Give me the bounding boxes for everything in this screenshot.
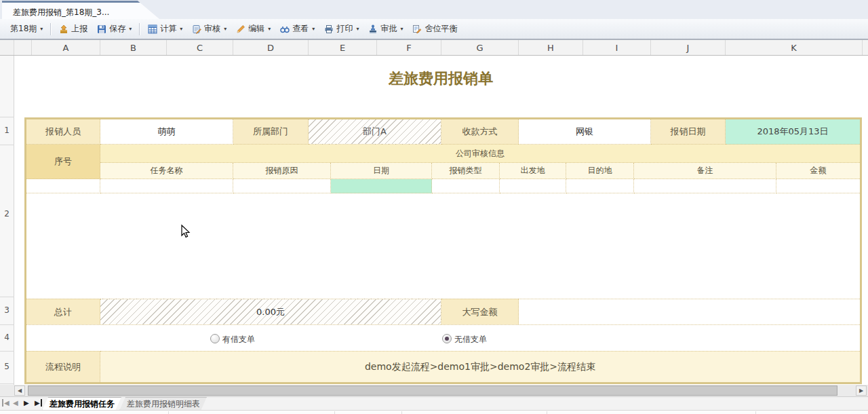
column-header-D[interactable]: D — [233, 40, 309, 55]
printer-icon — [324, 24, 334, 34]
flow-value: demo发起流程>demo1审批>demo2审批>流程结束 — [100, 351, 860, 382]
column-header-H[interactable]: H — [519, 40, 583, 55]
chevron-down-icon: ▾ — [224, 26, 226, 32]
toolbar-separator — [50, 23, 52, 35]
column-header-K[interactable]: K — [726, 40, 863, 55]
data-cell-reason[interactable] — [233, 179, 331, 193]
gutter-line — [0, 145, 14, 145]
table-header-remark: 备注 — [634, 163, 776, 179]
form-title: 差旅费用报销单 — [271, 69, 610, 89]
chevron-down-icon: ▾ — [400, 26, 403, 32]
field-label-department: 所属部门 — [233, 119, 309, 145]
data-cell-amount[interactable] — [776, 179, 860, 193]
grid-line — [547, 411, 547, 414]
column-header-narrow[interactable] — [14, 40, 32, 55]
calculate-button[interactable]: 计算 ▾ — [143, 21, 187, 37]
sheet-tab-detail[interactable]: 差旅费用报销明细表 — [119, 397, 208, 411]
total-label: 总计 — [26, 299, 100, 324]
field-label-date: 报销日期 — [651, 119, 726, 145]
data-cell-remark[interactable] — [634, 179, 776, 193]
approve-button[interactable]: 审批 ▾ — [363, 21, 408, 37]
column-header-F[interactable]: F — [377, 40, 441, 55]
table-header-origin: 出发地 — [500, 163, 566, 179]
gutter-line — [0, 324, 14, 325]
column-header-row: A B C D E F G H I J K — [0, 39, 868, 56]
stamp-icon — [368, 24, 378, 34]
scroll-left-button[interactable]: ◀ — [14, 385, 25, 396]
table-header-date: 日期 — [331, 163, 432, 179]
row-header-2[interactable]: 2 — [0, 209, 14, 219]
app-window: 差旅费用报销_第18期_3... 第18期 ▾ 上报 保存 ▾ 计算 ▾ 审核 … — [0, 0, 868, 414]
edit-button[interactable]: 编辑 ▾ — [231, 21, 275, 37]
calculator-icon — [148, 24, 157, 34]
save-button[interactable]: 保存 ▾ — [92, 21, 136, 37]
submit-button[interactable]: 上报 — [54, 21, 92, 37]
table-header-reason: 报销原因 — [233, 163, 331, 179]
data-cell-task-name[interactable] — [100, 179, 233, 193]
table-header-type: 报销类型 — [432, 163, 500, 179]
scrollbar-thumb[interactable] — [28, 385, 837, 396]
column-header-I[interactable]: I — [583, 40, 651, 55]
column-header-C[interactable]: C — [167, 40, 233, 55]
toolbar: 第18期 ▾ 上报 保存 ▾ 计算 ▾ 审核 ▾ 编辑 ▾ — [0, 19, 868, 39]
chevron-down-icon: ▾ — [312, 26, 315, 32]
pencil-icon — [236, 24, 245, 34]
gutter-line — [0, 297, 14, 297]
caps-amount-label: 大写金额 — [441, 299, 519, 324]
sheet-tab-task[interactable]: 差旅费用报销任务 — [42, 397, 122, 411]
column-header-J[interactable]: J — [651, 40, 726, 55]
grid-line — [168, 411, 169, 414]
data-cell-date-selected[interactable] — [331, 179, 432, 193]
field-value-reimburser[interactable]: 萌萌 — [100, 119, 233, 145]
scroll-right-button[interactable]: ▶ — [856, 385, 867, 396]
chevron-down-icon: ▾ — [129, 26, 132, 32]
period-dropdown[interactable]: 第18期 ▾ — [5, 21, 47, 37]
table-group-header: 公司审核信息 — [100, 145, 860, 163]
horizontal-scrollbar[interactable]: ◀ ▶ — [0, 385, 868, 396]
row-header-3[interactable]: 3 — [0, 305, 14, 315]
first-sheet-button[interactable]: ◀ — [2, 399, 9, 407]
audit-button[interactable]: 审核 ▾ — [187, 21, 231, 37]
grid-line — [334, 411, 335, 414]
radio-has-loan[interactable] — [210, 334, 220, 343]
next-sheet-button[interactable]: ▶ — [24, 399, 29, 407]
binoculars-icon — [280, 24, 290, 34]
radio-has-loan-label[interactable]: 有借支单 — [222, 334, 255, 345]
gutter-line — [0, 117, 14, 117]
field-value-department[interactable]: 部门A — [309, 119, 441, 145]
column-header-E[interactable]: E — [309, 40, 377, 55]
total-amount[interactable]: 0.00元 — [100, 299, 441, 324]
rounding-balance-button[interactable]: 舍位平衡 — [408, 21, 462, 37]
field-value-date[interactable]: 2018年05月13日 — [726, 119, 860, 145]
prev-sheet-button[interactable]: ◀ — [13, 399, 18, 407]
select-all-corner[interactable] — [0, 40, 14, 55]
document-tab[interactable]: 差旅费用报销_第18期_3... — [2, 1, 159, 19]
data-cell-seq[interactable] — [26, 179, 100, 193]
table-header-task-name: 任务名称 — [100, 163, 233, 179]
data-cell-origin[interactable] — [500, 179, 566, 193]
field-value-payment-method[interactable]: 网银 — [519, 119, 651, 145]
last-sheet-button[interactable]: ▶ — [35, 399, 42, 407]
table-header-amount: 金额 — [776, 163, 860, 179]
radio-no-loan-label[interactable]: 无借支单 — [454, 334, 487, 345]
view-button[interactable]: 查看 ▾ — [275, 21, 319, 37]
radio-no-loan[interactable] — [442, 334, 452, 343]
chevron-down-icon: ▾ — [40, 26, 43, 32]
submit-report-icon — [59, 24, 68, 34]
row-header-1[interactable]: 1 — [0, 126, 14, 135]
column-header-G[interactable]: G — [441, 40, 519, 55]
toolbar-separator — [139, 23, 140, 35]
row-header-4[interactable]: 4 — [0, 333, 14, 342]
chevron-down-icon: ▾ — [180, 26, 182, 32]
row-header-5[interactable]: 5 — [0, 362, 14, 371]
grid-line — [401, 411, 402, 414]
bottom-grid-strip — [0, 410, 868, 414]
data-cell-type[interactable] — [432, 179, 500, 193]
caps-amount-value[interactable] — [519, 299, 860, 324]
chevron-down-icon: ▾ — [268, 26, 271, 32]
data-cell-destination[interactable] — [566, 179, 634, 193]
balance-edit-icon — [412, 24, 422, 34]
print-button[interactable]: 打印 ▾ — [319, 21, 363, 37]
column-header-B[interactable]: B — [100, 40, 167, 55]
column-header-A[interactable]: A — [32, 40, 100, 55]
